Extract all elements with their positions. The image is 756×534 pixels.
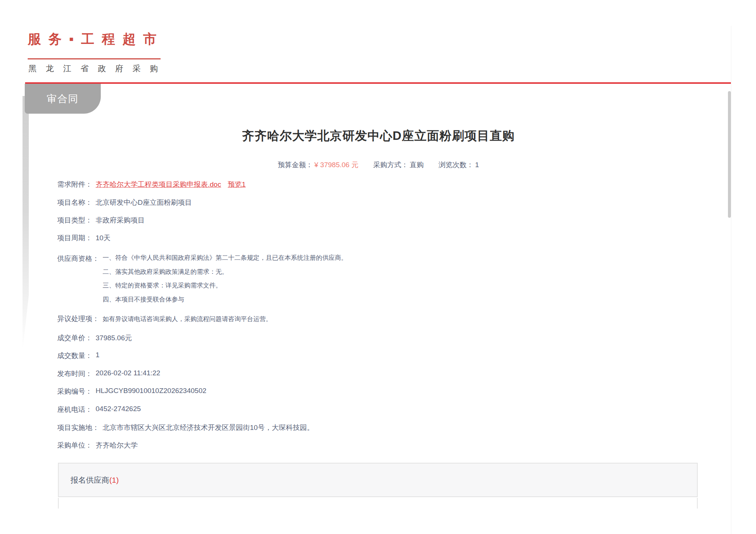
registered-suppliers-body (58, 498, 698, 509)
field-label: 采购编号： (57, 387, 92, 396)
meta-row: 预算金额：¥ 37985.06 元 采购方式：直购 浏览次数：1 (30, 160, 727, 170)
method-value: 直购 (410, 161, 424, 169)
field-label: 成交单价： (57, 333, 92, 343)
purchase-method: 采购方式：直购 (373, 160, 424, 170)
field-implementation-site: 项目实施地： 北京市市辖区大兴区北京经济技术开发区景园街10号，大琛科技园。 (57, 423, 314, 433)
field-project-type: 项目类型： 非政府采购项目 (57, 216, 145, 225)
field-project-name: 项目名称： 北京研发中心D座立面粉刷项目 (57, 198, 192, 207)
method-label: 采购方式： (373, 161, 408, 169)
views-value: 1 (475, 161, 479, 169)
scrollbar-thumb[interactable] (728, 91, 731, 218)
field-procurement-number: 采购编号： HLJGCYB99010010Z20262340502 (57, 387, 206, 396)
attachment-preview-link[interactable]: 预览1 (228, 180, 246, 189)
field-value: 0452-2742625 (96, 405, 141, 414)
field-label: 发布时间： (57, 369, 92, 379)
field-label: 供应商资格： (57, 254, 99, 306)
field-attachment: 需求附件： 齐齐哈尔大学工程类项目采购申报表.doc 预览1 (57, 180, 246, 189)
field-value: 1 (96, 351, 100, 361)
field-label: 项目周期： (57, 233, 92, 243)
left-shadow-strip (23, 96, 29, 351)
field-value: 37985.06元 (96, 333, 132, 343)
registered-suppliers-title: 报名供应商 (71, 475, 109, 485)
attachment-file-link[interactable]: 齐齐哈尔大学工程类项目采购申报表.doc (96, 180, 221, 189)
field-value: 如有异议请电话咨询采购人，采购流程问题请咨询平台运营。 (103, 314, 272, 324)
field-supplier-qualification: 供应商资格： 一、符合《中华人民共和国政府采购法》第二十二条规定，且已在本系统注… (57, 254, 347, 306)
scrollbar-track (731, 26, 731, 534)
field-value: 齐齐哈尔大学 (96, 441, 138, 450)
qualification-list: 一、符合《中华人民共和国政府采购法》第二十二条规定，且已在本系统注册的供应商。 … (103, 251, 347, 306)
budget-amount: 预算金额：¥ 37985.06 元 (278, 160, 358, 170)
page: 服务▪工程超市 黑龙江省政府采购 审合同 齐齐哈尔大学北京研发中心D座立面粉刷项… (0, 0, 756, 534)
field-label: 座机电话： (57, 405, 92, 414)
qualification-item: 四、本项目不接受联合体参与 (103, 293, 347, 307)
field-project-period: 项目周期： 10天 (57, 233, 110, 243)
field-label: 项目类型： (57, 216, 92, 225)
page-title: 齐齐哈尔大学北京研发中心D座立面粉刷项目直购 (30, 128, 727, 144)
field-landline-phone: 座机电话： 0452-2742625 (57, 405, 141, 414)
tab-review-contract: 审合同 (25, 84, 101, 114)
qualification-item: 二、落实其他政府采购政策满足的需求：无。 (103, 265, 347, 279)
field-objection-handling: 异议处理项： 如有异议请电话咨询采购人，采购流程问题请咨询平台运营。 (57, 314, 272, 324)
field-label: 需求附件： (57, 180, 92, 189)
qualification-item: 一、符合《中华人民共和国政府采购法》第二十二条规定，且已在本系统注册的供应商。 (103, 251, 347, 265)
field-value: 北京研发中心D座立面粉刷项目 (96, 198, 192, 207)
budget-label: 预算金额： (278, 161, 313, 169)
field-label: 项目实施地： (57, 423, 99, 433)
main-content: 齐齐哈尔大学北京研发中心D座立面粉刷项目直购 预算金额：¥ 37985.06 元… (30, 0, 727, 534)
views-label: 浏览次数： (439, 161, 474, 169)
field-deal-quantity: 成交数量： 1 (57, 351, 100, 361)
field-value: HLJGCYB99010010Z20262340502 (96, 387, 206, 396)
field-label: 项目名称： (57, 198, 92, 207)
field-publish-time: 发布时间： 2026-02-02 11:41:22 (57, 369, 160, 379)
qualification-item: 三、特定的资格要求：详见采购需求文件。 (103, 279, 347, 293)
field-value: 北京市市辖区大兴区北京经济技术开发区景园街10号，大琛科技园。 (103, 423, 314, 433)
field-label: 异议处理项： (57, 314, 99, 324)
field-value: 非政府采购项目 (96, 216, 145, 225)
registered-suppliers-count: (1) (109, 476, 119, 485)
registered-suppliers-header: 报名供应商(1) (58, 463, 698, 497)
budget-value: ¥ 37985.06 元 (315, 161, 358, 169)
field-label: 采购单位： (57, 441, 92, 450)
field-value: 10天 (96, 233, 110, 243)
field-label: 成交数量： (57, 351, 92, 361)
view-count: 浏览次数：1 (439, 160, 479, 170)
tab-label: 审合同 (47, 92, 79, 106)
field-deal-unit-price: 成交单价： 37985.06元 (57, 333, 132, 343)
field-value: 2026-02-02 11:41:22 (96, 369, 160, 379)
field-purchasing-unit: 采购单位： 齐齐哈尔大学 (57, 441, 138, 450)
